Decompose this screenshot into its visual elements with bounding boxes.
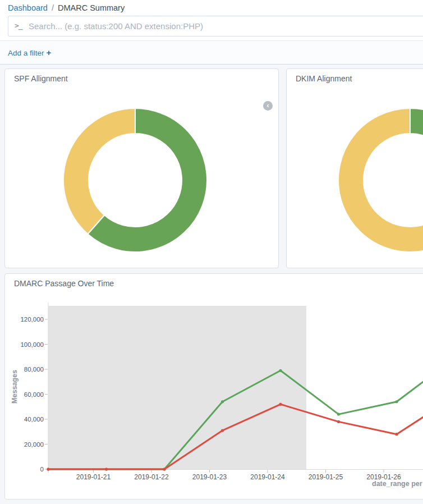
add-filter-label: Add a filter [8,49,44,57]
panel-dmarc-passage: DMARC Passage Over Time 020,00040,00060,… [4,273,423,500]
data-point-red[interactable] [279,403,282,406]
y-axis-title: Messages [11,370,19,404]
spf-donut-chart [5,69,279,269]
y-tick-label: 40,000 [24,416,44,423]
breadcrumb-separator: / [48,3,58,12]
breadcrumb-current: DMARC Summary [58,3,125,12]
breadcrumb: Dashboard/DMARC Summary [0,0,423,15]
y-tick-label: 100,000 [20,341,44,348]
panel-spf-alignment: SPF Allignment ‹ [4,68,279,268]
data-point-red[interactable] [47,468,49,470]
data-point-red[interactable] [221,429,224,432]
filter-bar: Add a filter+ [0,41,423,65]
plus-icon: + [47,48,52,57]
donut-slice[interactable] [63,108,135,234]
data-point-red[interactable] [105,468,108,470]
x-tick-label: 2019-01-23 [192,473,227,481]
x-axis-title: date_range per day [372,480,423,488]
y-tick-label: 0 [40,466,44,473]
dkim-donut-chart [287,69,423,269]
donut-slice[interactable] [410,108,423,139]
x-tick-label: 2019-01-24 [250,473,285,481]
add-filter-button[interactable]: Add a filter+ [8,49,51,57]
y-tick-label: 60,000 [24,391,44,398]
y-tick-label: 80,000 [24,366,44,373]
dmarc-line-chart: 020,00040,00060,00080,000100,000120,0002… [5,274,423,500]
x-tick-label: 2019-01-22 [134,473,169,481]
x-tick-label: 2019-01-21 [76,473,111,481]
data-point-green[interactable] [395,400,398,403]
data-point-red[interactable] [337,420,340,423]
data-point-red[interactable] [395,433,398,436]
data-point-green[interactable] [279,369,282,372]
y-tick-label: 120,000 [20,316,44,323]
search-row: >_ [0,15,423,40]
time-range-highlight [48,306,306,469]
x-tick-label: 2019-01-25 [309,473,343,481]
donut-slice[interactable] [338,108,423,252]
search-input-wrapper: >_ [8,16,423,36]
y-tick-label: 20,000 [24,441,44,448]
data-point-green[interactable] [337,413,340,416]
panel-dkim-alignment: DKIM Alignment [286,68,423,268]
data-point-green[interactable] [221,400,224,403]
dashboard-header: Dashboard/DMARC Summary >_ Add a filter+ [0,0,423,65]
search-input[interactable] [29,16,423,36]
data-point-red[interactable] [163,468,165,470]
dashboard-page: Dashboard/DMARC Summary >_ Add a filter+… [0,0,423,504]
breadcrumb-link-dashboard[interactable]: Dashboard [8,3,48,12]
terminal-prompt-icon: >_ [15,21,22,30]
